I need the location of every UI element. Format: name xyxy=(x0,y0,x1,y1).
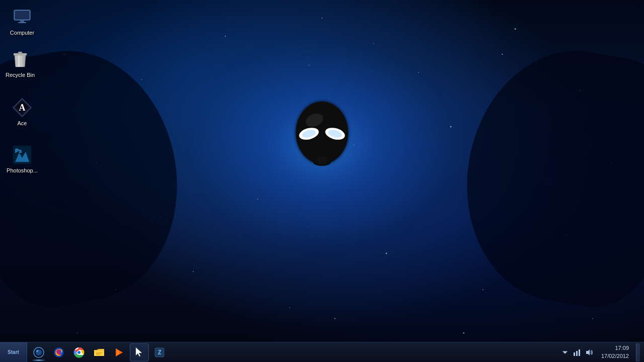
show-desktop-button[interactable] xyxy=(636,343,640,361)
computer-label: Computer xyxy=(6,29,38,36)
taskbar-explorer[interactable] xyxy=(90,343,109,361)
svg-text:Ps: Ps xyxy=(15,148,22,154)
svg-text:Z: Z xyxy=(157,349,161,356)
clock-date: 17/02/2012 xyxy=(601,352,629,360)
computer-icon-image xyxy=(12,7,32,27)
active-indicator xyxy=(32,359,46,361)
computer-icon[interactable]: Computer xyxy=(4,5,40,38)
start-label: Start xyxy=(8,349,19,355)
alien-logo xyxy=(287,98,357,178)
photoshop-icon[interactable]: Ps Photoshop... xyxy=(4,143,40,176)
svg-rect-13 xyxy=(20,20,24,22)
ace-label: Ace xyxy=(6,120,38,127)
taskbar-virtualbox[interactable] xyxy=(29,343,48,361)
svg-marker-45 xyxy=(586,349,590,355)
taskbar: Start xyxy=(0,342,644,362)
start-button[interactable]: Start xyxy=(0,342,27,363)
svg-marker-41 xyxy=(562,351,568,353)
taskbar-firefox[interactable] xyxy=(49,343,68,361)
taskbar-cursor-app[interactable] xyxy=(130,343,149,361)
taskbar-right: 17:09 17/02/2012 xyxy=(560,343,644,361)
tray-volume-icon[interactable] xyxy=(584,347,594,357)
recycle-bin-icon-image xyxy=(10,49,30,69)
clock[interactable]: 17:09 17/02/2012 xyxy=(597,344,633,360)
recycle-bin-icon[interactable]: Recycle Bin xyxy=(2,47,38,80)
system-tray xyxy=(560,347,594,357)
photoshop-label: Photoshop... xyxy=(6,167,38,174)
svg-marker-37 xyxy=(116,348,123,356)
taskbar-app6[interactable]: Z xyxy=(150,343,169,361)
svg-rect-19 xyxy=(18,52,22,54)
svg-rect-14 xyxy=(18,22,26,23)
ace-icon[interactable]: A Ace xyxy=(4,96,40,129)
svg-point-29 xyxy=(36,350,38,352)
taskbar-icons: Z xyxy=(27,342,171,363)
taskbar-media-player[interactable] xyxy=(110,343,129,361)
svg-rect-42 xyxy=(574,352,575,356)
svg-rect-38 xyxy=(117,350,119,354)
tray-network-icon[interactable] xyxy=(572,347,582,357)
tray-expand[interactable] xyxy=(560,347,570,357)
desktop: Computer xyxy=(0,0,644,362)
taskbar-chrome[interactable] xyxy=(69,343,89,361)
svg-rect-44 xyxy=(579,349,580,356)
recycle-bin-label: Recycle Bin xyxy=(4,71,36,78)
svg-rect-7 xyxy=(317,157,327,164)
svg-rect-43 xyxy=(576,351,578,356)
svg-point-34 xyxy=(77,351,80,354)
ace-icon-image: A xyxy=(12,98,32,118)
clock-time: 17:09 xyxy=(601,344,629,352)
photoshop-icon-image: Ps xyxy=(12,145,32,165)
svg-text:A: A xyxy=(19,103,26,113)
